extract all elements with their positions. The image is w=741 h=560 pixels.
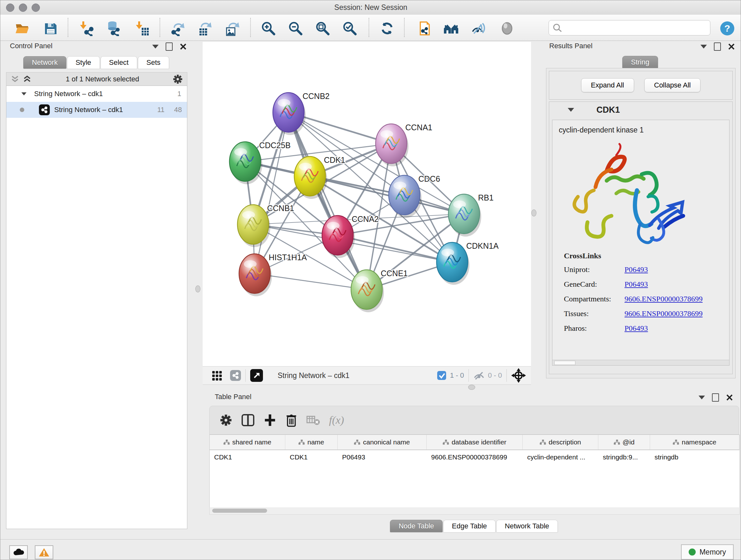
crosslink-value-link[interactable]: 9606.ENSP00000378699: [624, 309, 703, 318]
results-panel-close-button[interactable]: [728, 43, 735, 50]
cloud-status-button[interactable]: [9, 545, 28, 559]
left-splitter-handle[interactable]: [195, 286, 200, 293]
control-panel-maximize-button[interactable]: [165, 43, 173, 51]
table-hscrollbar[interactable]: [209, 507, 740, 515]
collapse-all-button[interactable]: Collapse All: [644, 78, 701, 92]
add-column-icon[interactable]: [263, 413, 277, 427]
tab-network-table[interactable]: Network Table: [496, 520, 558, 532]
save-session-button[interactable]: [43, 20, 59, 37]
open-in-window-icon[interactable]: [250, 369, 263, 382]
results-panel-maximize-button[interactable]: [714, 43, 721, 51]
table-toolbar: f(x): [209, 406, 739, 435]
column-header-database-identifier[interactable]: database identifier: [427, 435, 523, 449]
table-cell[interactable]: CDK1: [210, 453, 285, 461]
tab-string[interactable]: String: [622, 56, 658, 68]
tab-network[interactable]: Network: [23, 56, 66, 69]
control-panel-float-button[interactable]: [152, 45, 158, 49]
node-label-CCNB1: CCNB1: [267, 204, 294, 212]
tree-expand-icon[interactable]: [21, 92, 26, 96]
zoom-fit-button[interactable]: [314, 20, 331, 37]
cloud-icon: [12, 548, 24, 557]
string-home-button[interactable]: [443, 20, 460, 37]
table-cell[interactable]: 9606.ENSP00000378699: [427, 453, 523, 461]
column-header-name[interactable]: name: [285, 435, 338, 449]
gene-header-row[interactable]: CDK1: [549, 102, 732, 118]
table-cell[interactable]: cyclin-dependent ...: [523, 453, 598, 461]
help-button[interactable]: ?: [719, 20, 736, 37]
selected-checkbox-icon[interactable]: [436, 370, 447, 381]
edge-CCNB2-HIST1H1A[interactable]: [255, 112, 288, 273]
import-table-file-button[interactable]: [134, 20, 151, 37]
control-panel-close-button[interactable]: [180, 43, 187, 50]
search-box[interactable]: [549, 20, 711, 36]
edge-CDK1-RB1[interactable]: [310, 176, 464, 214]
enhanced-graphics-button[interactable]: [470, 20, 487, 37]
import-network-database-button[interactable]: [105, 20, 122, 37]
column-header-canonical-name[interactable]: canonical name: [338, 435, 427, 449]
export-network-button[interactable]: [169, 20, 186, 37]
memory-button[interactable]: Memory: [681, 544, 734, 560]
export-image-button[interactable]: [223, 20, 240, 37]
table-row[interactable]: CDK1CDK1P064939606.ENSP00000378699cyclin…: [210, 450, 739, 464]
table-panel-maximize-button[interactable]: [712, 393, 719, 401]
delete-column-icon[interactable]: [285, 413, 298, 428]
results-panel-float-button[interactable]: [700, 45, 707, 49]
tab-sets[interactable]: Sets: [138, 56, 169, 69]
gene-collapse-icon[interactable]: [568, 108, 574, 112]
tab-node-table[interactable]: Node Table: [390, 520, 443, 532]
zoom-selected-button[interactable]: [341, 20, 358, 37]
collapse-all-icon[interactable]: [11, 75, 20, 83]
import-network-file-button[interactable]: [78, 20, 95, 37]
network-collection-row[interactable]: String Network – cdk1 1: [6, 86, 187, 102]
zoom-in-button[interactable]: [260, 20, 277, 37]
hidden-eye-icon[interactable]: [473, 371, 485, 380]
tab-edge-table[interactable]: Edge Table: [443, 520, 495, 532]
collection-count: 1: [178, 90, 181, 98]
node-table[interactable]: shared namenamecanonical namedatabase id…: [209, 435, 740, 508]
zoom-out-button[interactable]: [287, 20, 304, 37]
grid-view-icon[interactable]: [212, 370, 223, 381]
crosslink-value-link[interactable]: P06493: [624, 280, 648, 289]
string-document-button[interactable]: [415, 20, 432, 37]
table-panel-float-button[interactable]: [698, 395, 705, 399]
column-header-namespace[interactable]: namespace: [650, 435, 739, 449]
graphics-details-button[interactable]: [499, 20, 515, 37]
column-header-shared-name[interactable]: shared name: [210, 435, 285, 449]
crosslink-label: Tissues:: [564, 309, 624, 318]
edge-CCNB2-CCNE1[interactable]: [288, 112, 367, 290]
apply-layout-button[interactable]: [379, 20, 395, 37]
results-hscroll-thumb[interactable]: [554, 361, 576, 365]
expand-all-button[interactable]: Expand All: [581, 78, 634, 92]
search-input[interactable]: [565, 23, 710, 32]
table-cell[interactable]: CDK1: [285, 453, 338, 461]
tab-select[interactable]: Select: [100, 56, 137, 69]
crosslink-value-link[interactable]: P06493: [624, 324, 648, 333]
table-cell[interactable]: P06493: [338, 453, 427, 461]
control-panel: Control Panel NetworkStyleSelectSets 1 o…: [3, 42, 189, 530]
results-hscrollbar[interactable]: [552, 360, 729, 365]
table-cell[interactable]: stringdb: [650, 453, 739, 461]
table-panel-close-button[interactable]: [726, 394, 733, 401]
column-header-description[interactable]: description: [523, 435, 598, 449]
right-splitter-handle[interactable]: [531, 209, 536, 216]
birdseye-navigator-icon[interactable]: [511, 368, 526, 383]
show-columns-icon[interactable]: [241, 413, 255, 427]
network-graph[interactable]: CCNB2CCNA1CDC25BCDK1CDC6RB1CCNB1CCNA2CDK…: [203, 42, 531, 366]
column-header-@id[interactable]: @id: [598, 435, 650, 449]
network-share-icon[interactable]: [230, 370, 241, 381]
crosslink-value-link[interactable]: 9606.ENSP00000378699: [624, 295, 703, 303]
warning-status-button[interactable]: [35, 545, 53, 559]
crosslink-value-link[interactable]: P06493: [624, 265, 648, 274]
network-view[interactable]: CCNB2CCNA1CDC25BCDK1CDC6RB1CCNB1CCNA2CDK…: [203, 42, 531, 366]
string-document-icon: [416, 21, 431, 36]
table-hscroll-thumb[interactable]: [212, 509, 267, 513]
table-gear-icon[interactable]: [219, 414, 232, 427]
tab-style[interactable]: Style: [67, 56, 100, 69]
expand-all-icon[interactable]: [23, 75, 32, 83]
table-cell[interactable]: stringdb:9...: [598, 453, 650, 461]
gear-icon[interactable]: [172, 74, 183, 84]
open-session-button[interactable]: [14, 20, 30, 37]
export-table-button[interactable]: [196, 20, 213, 37]
network-row-selected[interactable]: String Network – cdk1 11 48: [6, 102, 187, 118]
crosslinks-title: CrossLinks: [564, 252, 703, 260]
